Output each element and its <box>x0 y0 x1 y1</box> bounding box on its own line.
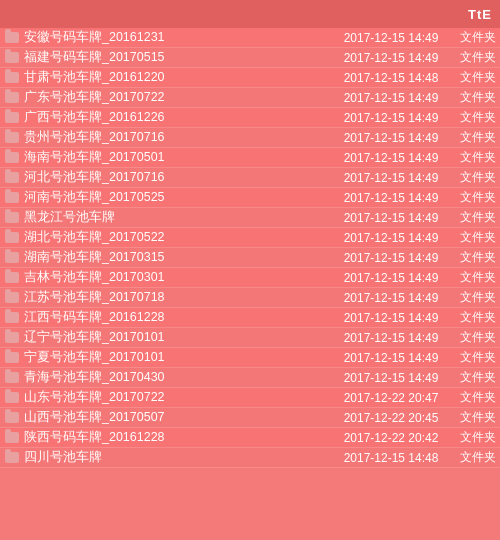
file-date: 2017-12-15 14:49 <box>331 291 451 305</box>
file-type: 文件夹 <box>451 329 496 346</box>
folder-icon <box>4 371 20 385</box>
file-row[interactable]: 陕西号码车牌_201612282017-12-22 20:42文件夹 <box>0 428 500 448</box>
file-type: 文件夹 <box>451 349 496 366</box>
file-date: 2017-12-15 14:49 <box>331 51 451 65</box>
folder-icon <box>4 91 20 105</box>
file-row[interactable]: 江苏号池车牌_201707182017-12-15 14:49文件夹 <box>0 288 500 308</box>
file-type: 文件夹 <box>451 129 496 146</box>
file-type: 文件夹 <box>451 149 496 166</box>
file-name: 陕西号码车牌_20161228 <box>24 429 331 446</box>
file-date: 2017-12-15 14:49 <box>331 31 451 45</box>
file-type: 文件夹 <box>451 209 496 226</box>
folder-icon <box>4 151 20 165</box>
file-date: 2017-12-15 14:49 <box>331 331 451 345</box>
file-name: 江西号码车牌_20161228 <box>24 309 331 326</box>
file-type: 文件夹 <box>451 229 496 246</box>
file-type: 文件夹 <box>451 429 496 446</box>
file-row[interactable]: 山西号池车牌_201705072017-12-22 20:45文件夹 <box>0 408 500 428</box>
file-row[interactable]: 湖南号池车牌_201703152017-12-15 14:49文件夹 <box>0 248 500 268</box>
file-name: 湖北号池车牌_20170522 <box>24 229 331 246</box>
folder-icon <box>4 31 20 45</box>
file-date: 2017-12-15 14:49 <box>331 111 451 125</box>
folder-icon <box>4 271 20 285</box>
folder-icon <box>4 191 20 205</box>
file-row[interactable]: 广西号池车牌_201612262017-12-15 14:49文件夹 <box>0 108 500 128</box>
file-type: 文件夹 <box>451 409 496 426</box>
file-date: 2017-12-15 14:49 <box>331 231 451 245</box>
file-row[interactable]: 青海号池车牌_201704302017-12-15 14:49文件夹 <box>0 368 500 388</box>
header-bar: TtE <box>0 0 500 28</box>
file-type: 文件夹 <box>451 109 496 126</box>
file-row[interactable]: 甘肃号池车牌_201612202017-12-15 14:48文件夹 <box>0 68 500 88</box>
file-name: 山东号池车牌_20170722 <box>24 389 331 406</box>
file-type: 文件夹 <box>451 389 496 406</box>
file-date: 2017-12-15 14:49 <box>331 91 451 105</box>
file-row[interactable]: 黑龙江号池车牌2017-12-15 14:49文件夹 <box>0 208 500 228</box>
folder-icon <box>4 51 20 65</box>
file-date: 2017-12-15 14:49 <box>331 311 451 325</box>
file-date: 2017-12-15 14:49 <box>331 271 451 285</box>
file-row[interactable]: 吉林号池车牌_201703012017-12-15 14:49文件夹 <box>0 268 500 288</box>
file-date: 2017-12-15 14:48 <box>331 71 451 85</box>
file-row[interactable]: 四川号池车牌2017-12-15 14:48文件夹 <box>0 448 500 468</box>
file-list: 安徽号码车牌_201612312017-12-15 14:49文件夹福建号码车牌… <box>0 28 500 468</box>
folder-icon <box>4 351 20 365</box>
file-row[interactable]: 江西号码车牌_201612282017-12-15 14:49文件夹 <box>0 308 500 328</box>
file-name: 河南号池车牌_20170525 <box>24 189 331 206</box>
file-type: 文件夹 <box>451 189 496 206</box>
file-date: 2017-12-15 14:49 <box>331 131 451 145</box>
file-name: 吉林号池车牌_20170301 <box>24 269 331 286</box>
file-name: 海南号池车牌_20170501 <box>24 149 331 166</box>
file-name: 宁夏号池车牌_20170101 <box>24 349 331 366</box>
folder-icon <box>4 131 20 145</box>
folder-icon <box>4 331 20 345</box>
file-type: 文件夹 <box>451 89 496 106</box>
file-date: 2017-12-15 14:49 <box>331 251 451 265</box>
file-name: 山西号池车牌_20170507 <box>24 409 331 426</box>
file-row[interactable]: 海南号池车牌_201705012017-12-15 14:49文件夹 <box>0 148 500 168</box>
folder-icon <box>4 251 20 265</box>
file-date: 2017-12-15 14:49 <box>331 151 451 165</box>
file-row[interactable]: 宁夏号池车牌_201701012017-12-15 14:49文件夹 <box>0 348 500 368</box>
file-row[interactable]: 河北号池车牌_201707162017-12-15 14:49文件夹 <box>0 168 500 188</box>
folder-icon <box>4 451 20 465</box>
file-name: 河北号池车牌_20170716 <box>24 169 331 186</box>
file-type: 文件夹 <box>451 49 496 66</box>
file-row[interactable]: 安徽号码车牌_201612312017-12-15 14:49文件夹 <box>0 28 500 48</box>
file-name: 湖南号池车牌_20170315 <box>24 249 331 266</box>
file-name: 江苏号池车牌_20170718 <box>24 289 331 306</box>
file-date: 2017-12-22 20:47 <box>331 391 451 405</box>
file-row[interactable]: 河南号池车牌_201705252017-12-15 14:49文件夹 <box>0 188 500 208</box>
file-type: 文件夹 <box>451 449 496 466</box>
file-type: 文件夹 <box>451 249 496 266</box>
file-type: 文件夹 <box>451 29 496 46</box>
folder-icon <box>4 291 20 305</box>
file-name: 安徽号码车牌_20161231 <box>24 29 331 46</box>
file-type: 文件夹 <box>451 269 496 286</box>
file-date: 2017-12-15 14:49 <box>331 371 451 385</box>
file-row[interactable]: 湖北号池车牌_201705222017-12-15 14:49文件夹 <box>0 228 500 248</box>
file-name: 甘肃号池车牌_20161220 <box>24 69 331 86</box>
file-row[interactable]: 辽宁号池车牌_201701012017-12-15 14:49文件夹 <box>0 328 500 348</box>
file-name: 黑龙江号池车牌 <box>24 209 331 226</box>
file-name: 广西号池车牌_20161226 <box>24 109 331 126</box>
folder-icon <box>4 411 20 425</box>
file-row[interactable]: 福建号码车牌_201705152017-12-15 14:49文件夹 <box>0 48 500 68</box>
file-date: 2017-12-15 14:49 <box>331 171 451 185</box>
file-row[interactable]: 广东号池车牌_201707222017-12-15 14:49文件夹 <box>0 88 500 108</box>
file-row[interactable]: 山东号池车牌_201707222017-12-22 20:47文件夹 <box>0 388 500 408</box>
header-title: TtE <box>468 7 492 22</box>
file-type: 文件夹 <box>451 309 496 326</box>
file-date: 2017-12-15 14:49 <box>331 191 451 205</box>
file-date: 2017-12-22 20:45 <box>331 411 451 425</box>
file-row[interactable]: 贵州号池车牌_201707162017-12-15 14:49文件夹 <box>0 128 500 148</box>
file-name: 四川号池车牌 <box>24 449 331 466</box>
folder-icon <box>4 211 20 225</box>
folder-icon <box>4 111 20 125</box>
file-type: 文件夹 <box>451 69 496 86</box>
file-type: 文件夹 <box>451 289 496 306</box>
file-name: 福建号码车牌_20170515 <box>24 49 331 66</box>
file-name: 广东号池车牌_20170722 <box>24 89 331 106</box>
file-type: 文件夹 <box>451 169 496 186</box>
file-name: 辽宁号池车牌_20170101 <box>24 329 331 346</box>
